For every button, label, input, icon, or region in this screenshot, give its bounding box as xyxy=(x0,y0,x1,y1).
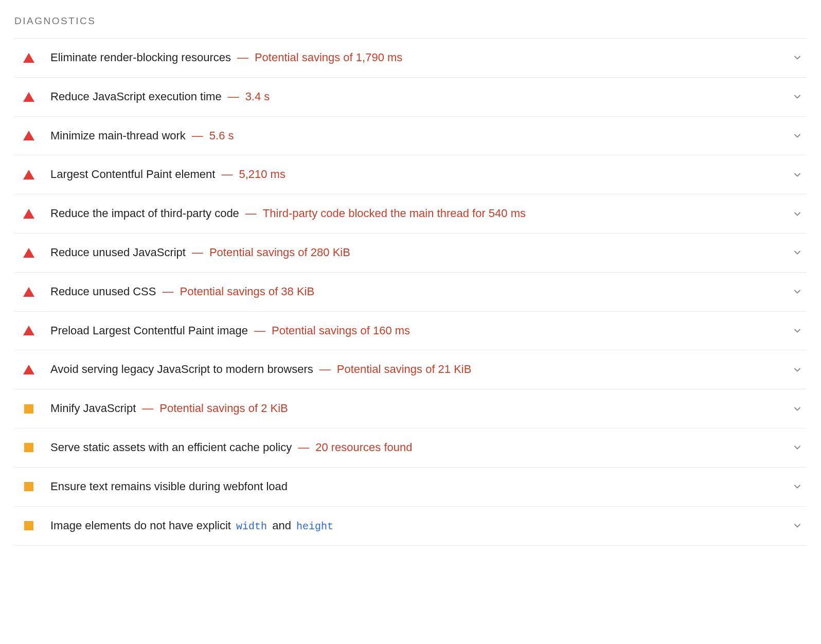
fail-triangle-icon xyxy=(23,364,35,376)
warn-square-icon xyxy=(23,441,35,454)
audit-title: Ensure text remains visible during webfo… xyxy=(50,479,288,495)
chevron-down-icon xyxy=(792,170,802,180)
warn-square-icon xyxy=(23,480,35,493)
audit-row[interactable]: Reduce the impact of third-party code—Th… xyxy=(14,194,807,234)
audit-title: Avoid serving legacy JavaScript to moder… xyxy=(50,362,313,378)
audit-title: Minify JavaScript xyxy=(50,401,136,417)
audit-separator: — xyxy=(228,89,239,105)
audit-content: Minimize main-thread work—5.6 s xyxy=(50,128,784,144)
audit-value: Potential savings of 160 ms xyxy=(272,323,410,339)
audit-row[interactable]: Reduce unused JavaScript—Potential savin… xyxy=(14,234,807,273)
audit-separator: — xyxy=(319,362,331,378)
audit-row[interactable]: Preload Largest Contentful Paint image—P… xyxy=(14,312,807,351)
chevron-down-icon xyxy=(792,92,802,102)
audit-separator: — xyxy=(162,284,173,300)
fail-triangle-icon xyxy=(23,91,35,103)
audit-separator: — xyxy=(192,245,203,261)
audit-value: Potential savings of 38 KiB xyxy=(180,284,314,300)
fail-triangle-icon xyxy=(23,208,35,220)
audit-content: Serve static assets with an efficient ca… xyxy=(50,440,784,456)
audit-content: Preload Largest Contentful Paint image—P… xyxy=(50,323,784,339)
fail-triangle-icon xyxy=(23,51,35,64)
chevron-down-icon xyxy=(792,442,802,453)
audit-row[interactable]: Reduce unused CSS—Potential savings of 3… xyxy=(14,273,807,312)
fail-triangle-icon xyxy=(23,285,35,298)
audit-value: 20 resources found xyxy=(315,440,412,456)
fail-triangle-icon xyxy=(23,325,35,337)
audit-content: Reduce JavaScript execution time—3.4 s xyxy=(50,89,784,105)
chevron-down-icon xyxy=(792,404,802,414)
audit-title: Largest Contentful Paint element xyxy=(50,167,215,183)
audit-title: Reduce JavaScript execution time xyxy=(50,89,222,105)
warn-square-icon xyxy=(23,520,35,532)
audit-value: Potential savings of 2 KiB xyxy=(159,401,288,417)
audit-separator: — xyxy=(142,401,153,417)
audit-row[interactable]: Image elements do not have explicit widt… xyxy=(14,507,807,546)
fail-triangle-icon xyxy=(23,169,35,181)
audit-separator: — xyxy=(254,323,265,339)
fail-triangle-icon xyxy=(23,130,35,142)
audit-row[interactable]: Largest Contentful Paint element—5,210 m… xyxy=(14,155,807,194)
diagnostics-panel: DIAGNOSTICS Eliminate render-blocking re… xyxy=(10,10,811,546)
audit-separator: — xyxy=(221,167,233,183)
chevron-down-icon xyxy=(792,209,802,219)
code-tag: width xyxy=(236,521,267,532)
audit-value: 5,210 ms xyxy=(239,167,285,183)
audit-content: Reduce unused CSS—Potential savings of 3… xyxy=(50,284,784,300)
audit-separator: — xyxy=(192,128,203,144)
audit-title: Minimize main-thread work xyxy=(50,128,186,144)
audit-separator: — xyxy=(298,440,309,456)
audit-content: Reduce unused JavaScript—Potential savin… xyxy=(50,245,784,261)
chevron-down-icon xyxy=(792,481,802,492)
audit-title: Serve static assets with an efficient ca… xyxy=(50,440,292,456)
chevron-down-icon xyxy=(792,52,802,63)
audit-title: Preload Largest Contentful Paint image xyxy=(50,323,248,339)
audit-content: Reduce the impact of third-party code—Th… xyxy=(50,206,784,222)
audit-row[interactable]: Reduce JavaScript execution time—3.4 s xyxy=(14,78,807,117)
chevron-down-icon xyxy=(792,247,802,258)
audit-title: Reduce unused CSS xyxy=(50,284,156,300)
audit-content: Ensure text remains visible during webfo… xyxy=(50,479,784,495)
audit-content: Eliminate render-blocking resources—Pote… xyxy=(50,50,784,66)
audit-row[interactable]: Eliminate render-blocking resources—Pote… xyxy=(14,39,807,78)
audit-content: Avoid serving legacy JavaScript to moder… xyxy=(50,362,784,378)
audit-row[interactable]: Avoid serving legacy JavaScript to moder… xyxy=(14,350,807,389)
audit-title: Image elements do not have explicit widt… xyxy=(50,518,335,534)
chevron-down-icon xyxy=(792,521,802,531)
audit-separator: — xyxy=(237,50,248,66)
audit-separator: — xyxy=(245,206,257,222)
chevron-down-icon xyxy=(792,287,802,297)
audit-row[interactable]: Minify JavaScript—Potential savings of 2… xyxy=(14,389,807,428)
audit-value: 3.4 s xyxy=(245,89,270,105)
audit-value: Potential savings of 280 KiB xyxy=(209,245,350,261)
audit-title: Eliminate render-blocking resources xyxy=(50,50,231,66)
warn-square-icon xyxy=(23,403,35,415)
audit-title: Reduce unused JavaScript xyxy=(50,245,186,261)
audit-content: Minify JavaScript—Potential savings of 2… xyxy=(50,401,784,417)
audit-content: Largest Contentful Paint element—5,210 m… xyxy=(50,167,784,183)
chevron-down-icon xyxy=(792,131,802,141)
audit-row[interactable]: Minimize main-thread work—5.6 s xyxy=(14,117,807,156)
code-tag: height xyxy=(296,521,333,532)
section-header: DIAGNOSTICS xyxy=(14,10,807,39)
audit-value: Third-party code blocked the main thread… xyxy=(263,206,526,222)
audit-content: Image elements do not have explicit widt… xyxy=(50,518,784,534)
audit-row[interactable]: Ensure text remains visible during webfo… xyxy=(14,468,807,507)
audit-title: Reduce the impact of third-party code xyxy=(50,206,239,222)
audits-list: Eliminate render-blocking resources—Pote… xyxy=(14,39,807,546)
audit-value: 5.6 s xyxy=(209,128,234,144)
audit-value: Potential savings of 1,790 ms xyxy=(255,50,402,66)
audit-row[interactable]: Serve static assets with an efficient ca… xyxy=(14,428,807,468)
audit-value: Potential savings of 21 KiB xyxy=(337,362,472,378)
chevron-down-icon xyxy=(792,365,802,375)
fail-triangle-icon xyxy=(23,246,35,259)
chevron-down-icon xyxy=(792,326,802,336)
